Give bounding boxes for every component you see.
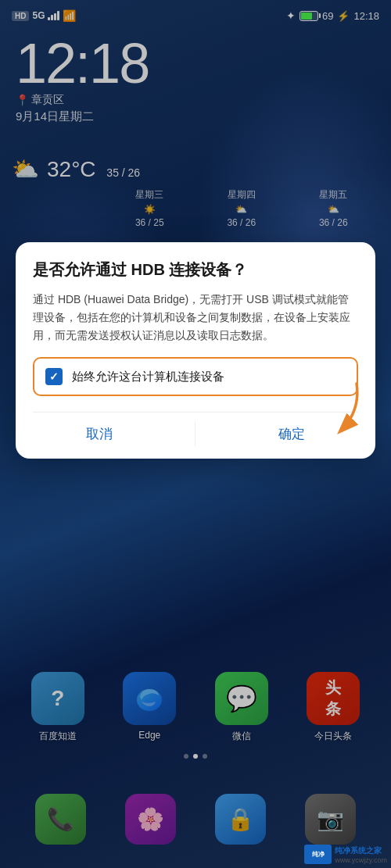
- watermark-info: 纯净系统之家 www.ycwjzy.com: [335, 845, 387, 864]
- watermark: 纯净 纯净系统之家 www.ycwjzy.com: [304, 845, 387, 864]
- dialog-title: 是否允许通过 HDB 连接设备？: [33, 259, 358, 280]
- arrow-annotation: [306, 380, 368, 441]
- hdb-dialog: 是否允许通过 HDB 连接设备？ 通过 HDB (Huawei Data Bri…: [16, 242, 375, 459]
- watermark-url: www.ycwjzy.com: [335, 856, 387, 864]
- checkbox-container[interactable]: ✓ 始终允许这台计算机连接设备: [33, 357, 358, 396]
- cancel-button[interactable]: 取消: [63, 422, 136, 446]
- checkmark-icon: ✓: [49, 370, 59, 383]
- button-divider: [195, 422, 196, 446]
- checkbox-label: 始终允许这台计算机连接设备: [72, 370, 224, 384]
- always-allow-checkbox[interactable]: ✓: [45, 368, 63, 385]
- arrow-svg: [306, 380, 368, 438]
- dialog-body: 通过 HDB (Huawei Data Bridge)，无需打开 USB 调试模…: [33, 291, 358, 345]
- watermark-logo: 纯净: [304, 845, 332, 864]
- watermark-label: 纯净系统之家: [335, 845, 387, 856]
